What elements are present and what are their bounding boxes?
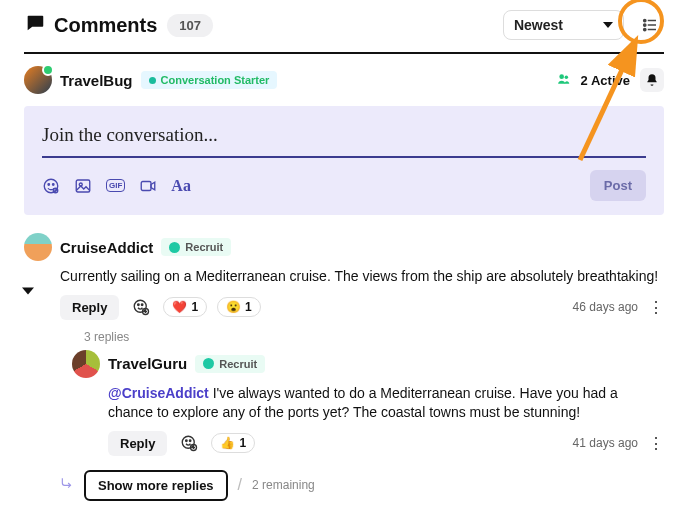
reaction-wow[interactable]: 😮 1 — [217, 297, 261, 317]
svg-point-6 — [559, 74, 564, 79]
image-icon[interactable] — [74, 177, 92, 195]
svg-point-19 — [142, 304, 144, 306]
svg-rect-16 — [142, 181, 152, 190]
add-reaction-icon[interactable] — [129, 295, 153, 319]
current-user-name[interactable]: TravelBug — [60, 72, 133, 89]
compose-input[interactable]: Join the conversation... — [42, 124, 646, 158]
reply-arrow-icon — [60, 476, 74, 494]
sort-label: Newest — [514, 17, 563, 33]
compose-box: Join the conversation... GIF Aa Post — [24, 106, 664, 215]
chevron-down-icon — [603, 17, 613, 33]
gif-icon[interactable]: GIF — [106, 179, 125, 192]
comments-count: 107 — [167, 14, 213, 37]
wow-icon: 😮 — [226, 300, 241, 314]
comment-age: 46 days ago — [573, 300, 638, 314]
show-more-replies-button[interactable]: Show more replies — [84, 470, 228, 501]
slash-sep: / — [238, 476, 242, 494]
svg-point-2 — [644, 24, 646, 26]
svg-point-7 — [564, 75, 568, 79]
reply-body: @CruiseAddict I've always wanted to do a… — [72, 378, 664, 423]
emoji-icon[interactable] — [42, 177, 60, 195]
badge-dot-icon — [149, 77, 156, 84]
reply-author[interactable]: TravelGuru — [108, 355, 187, 372]
reply-button[interactable]: Reply — [108, 431, 167, 456]
svg-point-0 — [644, 19, 646, 21]
comment-author[interactable]: CruiseAddict — [60, 239, 153, 256]
badge-recruit: Recruit — [161, 238, 231, 256]
comment-body: Currently sailing on a Mediterranean cru… — [24, 261, 664, 287]
comments-title: Comments — [54, 14, 157, 37]
svg-point-24 — [186, 440, 188, 442]
add-reaction-icon[interactable] — [177, 431, 201, 455]
thumbs-up-icon: 👍 — [220, 436, 235, 450]
active-users-label: 2 Active — [581, 73, 630, 88]
view-toggle-button[interactable] — [636, 11, 664, 39]
remaining-count: 2 remaining — [252, 478, 315, 492]
svg-point-23 — [183, 437, 195, 449]
svg-point-9 — [48, 183, 50, 185]
heart-icon: ❤️ — [172, 300, 187, 314]
comments-icon — [24, 12, 46, 38]
header-divider — [24, 52, 664, 54]
reaction-thumbs-up[interactable]: 👍 1 — [211, 433, 255, 453]
avatar[interactable] — [24, 66, 52, 94]
more-menu-icon[interactable]: ⋮ — [648, 434, 664, 453]
mention-link[interactable]: @CruiseAddict — [108, 385, 209, 401]
more-menu-icon[interactable]: ⋮ — [648, 298, 664, 317]
avatar[interactable] — [72, 350, 100, 378]
verified-icon — [169, 242, 180, 253]
avatar[interactable] — [24, 233, 52, 261]
badge-recruit: Recruit — [195, 355, 265, 373]
reply-button[interactable]: Reply — [60, 295, 119, 320]
post-button[interactable]: Post — [590, 170, 646, 201]
text-format-icon[interactable]: Aa — [171, 177, 191, 195]
video-icon[interactable] — [139, 177, 157, 195]
svg-rect-14 — [76, 180, 90, 192]
sort-dropdown[interactable]: Newest — [503, 10, 624, 40]
svg-point-4 — [644, 28, 646, 30]
notifications-button[interactable] — [640, 68, 664, 92]
active-users-icon — [557, 72, 571, 89]
svg-point-17 — [135, 300, 147, 312]
svg-point-25 — [190, 440, 192, 442]
reaction-heart[interactable]: ❤️ 1 — [163, 297, 207, 317]
badge-conversation-starter: Conversation Starter — [141, 71, 278, 89]
reply-age: 41 days ago — [573, 436, 638, 450]
svg-point-10 — [53, 183, 55, 185]
svg-point-18 — [138, 304, 140, 306]
verified-icon — [203, 358, 214, 369]
collapse-chevron-icon[interactable] — [22, 285, 34, 300]
replies-count[interactable]: 3 replies — [24, 330, 664, 344]
